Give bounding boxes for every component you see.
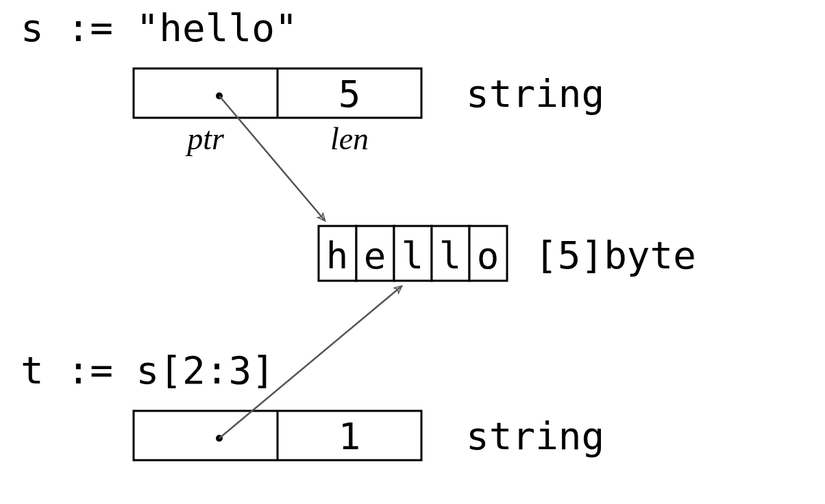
byte-array: h e l l o <box>319 226 507 281</box>
byte-1: e <box>364 234 386 277</box>
byte-2: l <box>402 234 424 277</box>
s-len-label: len <box>330 121 369 156</box>
s-header-box: 5 <box>134 68 421 118</box>
s-ptr-label: ptr <box>185 121 225 156</box>
byte-0: h <box>326 234 349 277</box>
byte-type-label: [5]byte <box>534 233 696 277</box>
s-len-value: 5 <box>338 73 361 116</box>
t-header-box: 1 <box>134 411 421 460</box>
t-len-value: 1 <box>338 415 361 458</box>
t-type-label: string <box>466 414 604 458</box>
s-declaration: s := "hello" <box>21 5 298 50</box>
byte-4: o <box>477 234 500 277</box>
t-declaration: t := s[2:3] <box>21 348 275 392</box>
byte-3: l <box>439 234 462 277</box>
s-type-label: string <box>466 71 604 116</box>
